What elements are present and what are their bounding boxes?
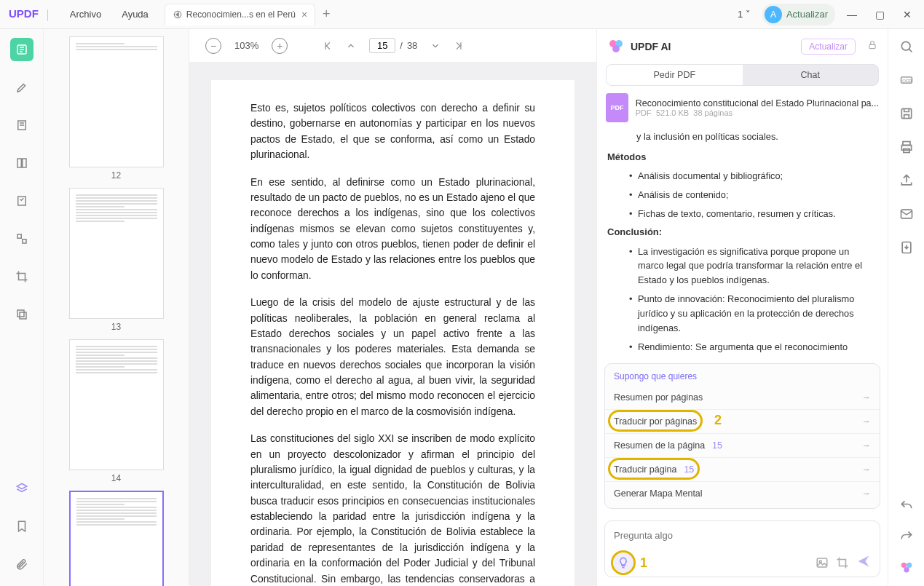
- page-total: 38: [407, 40, 417, 51]
- svg-rect-4: [22, 159, 25, 167]
- close-icon[interactable]: ×: [301, 9, 307, 20]
- ai-bullet: Fichas de texto, comentario, resumen y c…: [628, 207, 877, 221]
- undo-icon[interactable]: [899, 499, 914, 516]
- suggest-traducir-pagina[interactable]: Traducir página 15 →: [605, 457, 880, 481]
- image-icon[interactable]: [816, 556, 829, 569]
- crop-icon[interactable]: [836, 556, 849, 569]
- tab-pedir-pdf[interactable]: Pedir PDF: [607, 65, 743, 85]
- zoom-level[interactable]: 103%: [234, 40, 258, 51]
- redo-icon[interactable]: [899, 529, 914, 547]
- svg-rect-9: [17, 310, 24, 317]
- send-button[interactable]: [856, 554, 871, 571]
- doc-paragraph: Luego de la crisis del modelo de ajuste …: [250, 295, 535, 419]
- zoom-out-button[interactable]: −: [205, 38, 221, 54]
- next-page-button[interactable]: [430, 41, 441, 51]
- search-icon[interactable]: [899, 39, 914, 57]
- edit-tool[interactable]: [10, 114, 33, 137]
- highlight-tool[interactable]: [10, 76, 33, 99]
- email-icon[interactable]: [899, 207, 914, 224]
- layers-tool[interactable]: [10, 477, 33, 500]
- avatar: A: [765, 6, 782, 23]
- share-icon[interactable]: [899, 173, 914, 191]
- form-tool[interactable]: [10, 189, 33, 213]
- svg-text:OCR: OCR: [902, 79, 912, 83]
- print-icon[interactable]: [899, 140, 914, 157]
- new-tab-button[interactable]: +: [323, 7, 331, 22]
- ai-bullet: Análisis documental y bibliográfico;: [628, 169, 877, 183]
- document-tab[interactable]: Reconocimien...s en el Perú ×: [165, 4, 315, 25]
- svg-rect-3: [17, 159, 21, 167]
- thumb-14[interactable]: 14: [69, 339, 164, 483]
- crop-tool[interactable]: [10, 265, 33, 288]
- ai-text: y la inclusión en políticas sociales.: [607, 130, 877, 144]
- suggestion-panel: Supongo que quieres Resumen por páginas …: [604, 363, 880, 509]
- right-toolbar: OCR: [888, 29, 924, 586]
- bookmark-tool[interactable]: [10, 515, 33, 538]
- minimize-icon[interactable]: —: [841, 9, 863, 20]
- close-window-icon[interactable]: ✕: [896, 9, 918, 20]
- ocr-icon[interactable]: OCR: [899, 73, 914, 90]
- svg-point-12: [612, 45, 620, 52]
- ai-tabs: Pedir PDF Chat: [606, 64, 879, 86]
- lock-icon[interactable]: [867, 40, 877, 53]
- first-page-button[interactable]: [323, 41, 333, 51]
- ai-bullet: Rendimiento: Se argumenta que el reconoc…: [628, 340, 877, 357]
- zoom-in-button[interactable]: +: [272, 38, 288, 54]
- svg-rect-13: [869, 44, 875, 48]
- arrow-right-icon: →: [862, 440, 872, 451]
- svg-point-16: [901, 41, 910, 50]
- ai-bullet: Análisis de contenido;: [628, 188, 877, 202]
- app-logo: UPDF: [9, 7, 48, 20]
- window-count-dropdown[interactable]: 1 ˅: [738, 9, 751, 20]
- arrow-right-icon: →: [862, 464, 872, 475]
- ai-doc-meta: PDF 521.0 KB 38 páginas: [636, 108, 879, 117]
- ai-summary[interactable]: y la inclusión en políticas sociales. Mé…: [597, 130, 888, 357]
- organize-tool[interactable]: [10, 151, 33, 175]
- updf-ai-logo-icon: [607, 38, 625, 55]
- prev-page-button[interactable]: [346, 41, 356, 51]
- last-page-button[interactable]: [454, 41, 464, 51]
- ai-panel: UPDF AI Actualizar Pedir PDF Chat PDF Re…: [596, 29, 888, 586]
- maximize-icon[interactable]: ▢: [869, 9, 891, 20]
- svg-point-25: [901, 563, 906, 568]
- svg-rect-7: [22, 239, 25, 243]
- reader-tool[interactable]: [10, 38, 33, 61]
- suggest-resumen-paginas[interactable]: Resumen por páginas →: [605, 386, 880, 409]
- svg-rect-19: [901, 108, 911, 118]
- thumb-label: 14: [69, 473, 164, 483]
- suggest-mapa-mental[interactable]: Generar Mapa Mental →: [605, 481, 880, 505]
- svg-point-27: [904, 567, 909, 572]
- document-scroll[interactable]: Esto es, sujetos políticos colectivos co…: [189, 63, 596, 586]
- suggestion-title: Supongo que quieres: [605, 371, 880, 386]
- ai-doc-name: Reconocimiento constitucional del Estado…: [636, 98, 879, 108]
- ai-update-button[interactable]: Actualizar: [801, 39, 856, 55]
- suggest-resumen-pagina[interactable]: Resumen de la página 15 →: [605, 433, 880, 457]
- page-input[interactable]: [369, 38, 395, 53]
- menu-archivo[interactable]: Archivo: [70, 9, 101, 20]
- attachment-tool[interactable]: [10, 553, 33, 576]
- suggest-traducir-paginas[interactable]: Traducir por páginas → 2: [605, 409, 880, 433]
- annotation-oval: [611, 550, 636, 575]
- titlebar: UPDF Archivo Ayuda Reconocimien...s en e…: [0, 0, 924, 29]
- ai-question-input[interactable]: [614, 530, 871, 541]
- copy-tool[interactable]: [10, 303, 33, 326]
- doc-paragraph: Esto es, sujetos políticos colectivos co…: [250, 100, 535, 163]
- update-button: Actualizar: [786, 9, 828, 20]
- ai-assist-icon[interactable]: [899, 560, 915, 576]
- menu-ayuda[interactable]: Ayuda: [122, 9, 149, 20]
- thumb-12[interactable]: 12: [69, 36, 164, 181]
- annotation-number: 1: [640, 555, 647, 571]
- tab-chat[interactable]: Chat: [743, 65, 879, 85]
- redact-tool[interactable]: [10, 227, 33, 250]
- svg-rect-5: [17, 197, 25, 205]
- ideas-button[interactable]: [614, 553, 633, 572]
- export-icon[interactable]: [899, 240, 914, 258]
- document-area: − 103% + / 38 Esto es, sujetos políticos…: [189, 29, 596, 586]
- ai-input-box: 1: [604, 520, 880, 577]
- thumb-15[interactable]: 15: [69, 491, 164, 586]
- save-icon[interactable]: [899, 106, 914, 124]
- svg-rect-8: [20, 312, 26, 319]
- user-pill[interactable]: A Actualizar: [762, 4, 835, 25]
- pdf-icon: PDF: [606, 93, 628, 122]
- thumb-13[interactable]: 13: [69, 188, 164, 332]
